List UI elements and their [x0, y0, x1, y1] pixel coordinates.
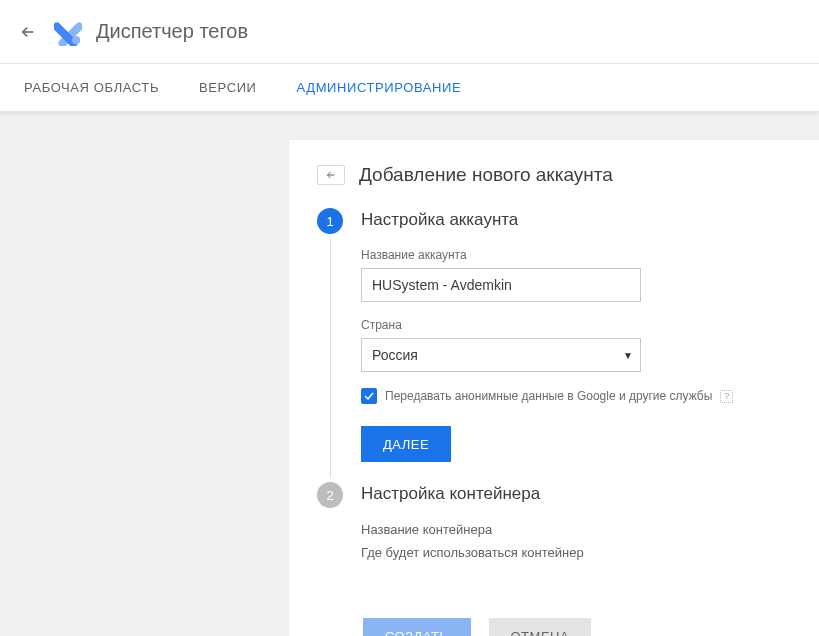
account-name-input[interactable]: [361, 268, 641, 302]
country-select-wrap: Россия ▼: [361, 338, 641, 372]
account-name-label: Название аккаунта: [361, 248, 791, 262]
container-usage-summary: Где будет использоваться контейнер: [361, 545, 791, 560]
card-title: Добавление нового аккаунта: [359, 164, 613, 186]
app-header: Диспетчер тегов: [0, 0, 819, 64]
step-1-badge: 1: [317, 208, 343, 234]
tab-bar: РАБОЧАЯ ОБЛАСТЬ ВЕРСИИ АДМИНИСТРИРОВАНИЕ: [0, 64, 819, 112]
step-1-title: Настройка аккаунта: [361, 210, 791, 230]
tab-workspace[interactable]: РАБОЧАЯ ОБЛАСТЬ: [24, 64, 159, 112]
step-1: 1 Настройка аккаунта Название аккаунта С…: [317, 208, 791, 482]
app-title: Диспетчер тегов: [96, 20, 248, 43]
country-label: Страна: [361, 318, 791, 332]
cancel-button[interactable]: ОТМЕНА: [489, 618, 592, 636]
share-data-checkbox[interactable]: [361, 388, 377, 404]
check-icon: [363, 390, 375, 402]
step-2-badge: 2: [317, 482, 343, 508]
card-back-button[interactable]: [317, 165, 345, 185]
country-select[interactable]: Россия: [361, 338, 641, 372]
next-button[interactable]: ДАЛЕЕ: [361, 426, 451, 462]
step-1-rail: 1: [317, 208, 343, 482]
create-button[interactable]: СОЗДАТЬ: [363, 618, 471, 636]
share-data-checkbox-row: Передавать анонимные данные в Google и д…: [361, 388, 791, 404]
content-area: Добавление нового аккаунта 1 Настройка а…: [0, 112, 819, 636]
card-footer-actions: СОЗДАТЬ ОТМЕНА: [363, 618, 791, 636]
help-icon[interactable]: ?: [720, 390, 733, 403]
add-account-card: Добавление нового аккаунта 1 Настройка а…: [289, 140, 819, 636]
step-2-rail: 2: [317, 482, 343, 588]
arrow-left-icon: [323, 169, 339, 181]
step-2-title: Настройка контейнера: [361, 484, 791, 504]
country-field-group: Страна Россия ▼: [361, 318, 791, 372]
tab-admin[interactable]: АДМИНИСТРИРОВАНИЕ: [297, 64, 462, 112]
step-2-body: Настройка контейнера Название контейнера…: [361, 482, 791, 588]
container-name-summary: Название контейнера: [361, 522, 791, 537]
svg-point-2: [72, 36, 80, 44]
share-data-label: Передавать анонимные данные в Google и д…: [385, 389, 712, 403]
tab-versions[interactable]: ВЕРСИИ: [199, 64, 257, 112]
step-connector-line: [330, 238, 331, 478]
arrow-left-icon: [19, 23, 37, 41]
tag-manager-logo-icon: [54, 18, 82, 46]
card-header: Добавление нового аккаунта: [317, 164, 791, 186]
account-name-field-group: Название аккаунта: [361, 248, 791, 302]
step-1-body: Настройка аккаунта Название аккаунта Стр…: [361, 208, 791, 482]
step-2: 2 Настройка контейнера Название контейне…: [317, 482, 791, 588]
back-arrow-button[interactable]: [8, 12, 48, 52]
